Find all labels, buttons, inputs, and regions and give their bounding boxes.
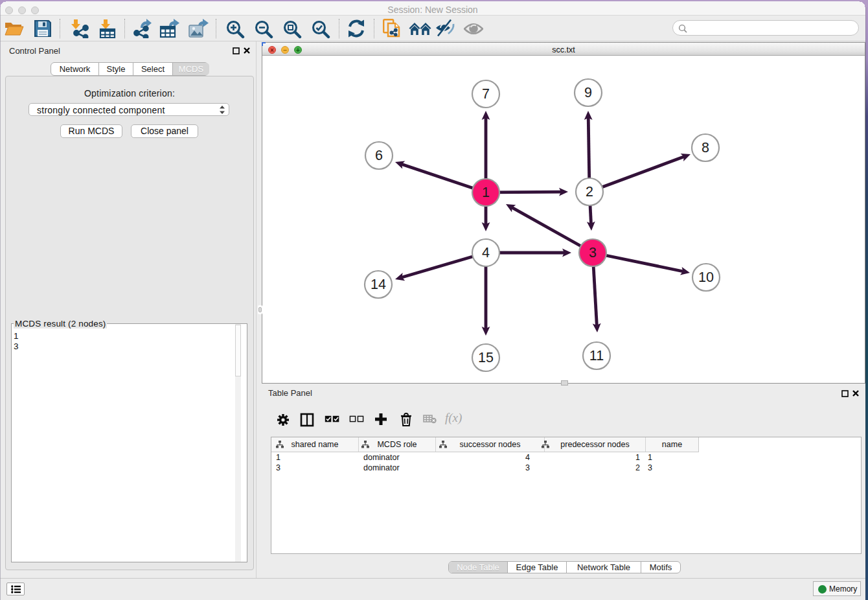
svg-text:3: 3 bbox=[589, 245, 597, 260]
svg-text:2: 2 bbox=[586, 184, 593, 200]
svg-text:6: 6 bbox=[375, 148, 383, 163]
svg-text:11: 11 bbox=[589, 348, 604, 363]
svg-text:14: 14 bbox=[371, 277, 386, 292]
svg-text:15: 15 bbox=[478, 350, 494, 365]
svg-text:8: 8 bbox=[702, 140, 709, 156]
svg-text:4: 4 bbox=[482, 245, 490, 260]
svg-text:9: 9 bbox=[584, 85, 592, 100]
svg-text:10: 10 bbox=[698, 270, 714, 285]
svg-text:7: 7 bbox=[482, 86, 490, 102]
svg-text:1: 1 bbox=[482, 185, 490, 200]
